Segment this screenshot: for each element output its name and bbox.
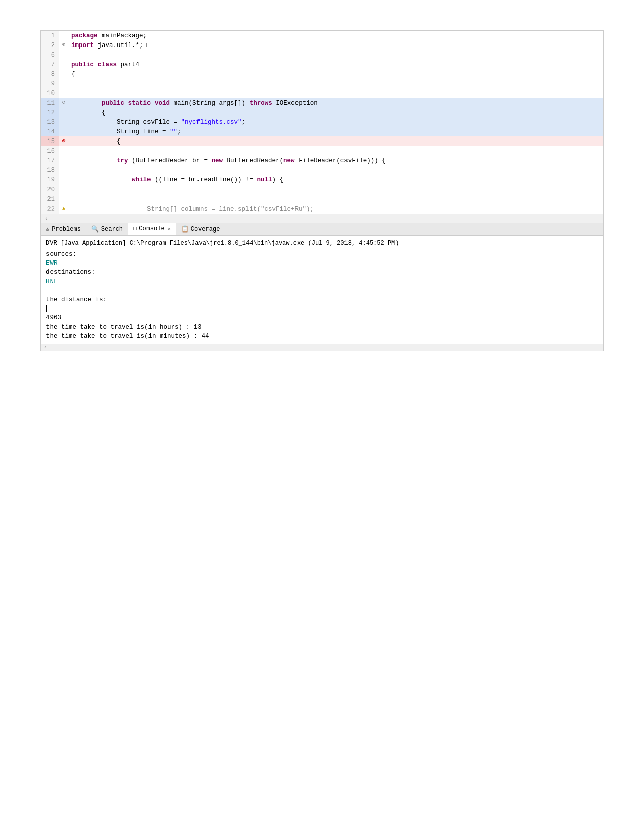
fold-icon-2[interactable]: ⊕ (62, 40, 65, 50)
line-gutter-22: ▲ (59, 204, 68, 213)
code-content-8: { (68, 69, 75, 79)
console-line-distance-value: 4963 (46, 313, 598, 322)
console-line-minutes: the time take to travel is(in minutes) :… (46, 332, 598, 341)
code-line-2: 2 ⊕ import java.util.*;□ (41, 40, 603, 50)
line-number-15: 15 (41, 136, 59, 146)
code-line-11: 11 ⊖ public static void main(String args… (41, 98, 603, 108)
tab-search-label: Search (101, 226, 123, 233)
line-number-20: 20 (41, 184, 59, 194)
console-line-sources: sources: (46, 250, 598, 259)
console-line-distance-label: the distance is: (46, 295, 598, 304)
line-gutter-15: ⊗ (59, 136, 68, 146)
console-line-blank (46, 286, 598, 295)
text-cursor (46, 305, 47, 312)
ide-container: 1 package mainPackage; 2 ⊕ import java.u… (0, 0, 644, 834)
line-number-8: 8 (41, 69, 59, 79)
console-close-icon[interactable]: ✕ (168, 226, 171, 232)
code-line-15: 15 ⊗ { (41, 136, 603, 146)
fold-icon-11[interactable]: ⊖ (62, 98, 65, 107)
code-content-18 (68, 165, 71, 166)
line-number-12: 12 (41, 108, 59, 117)
hours-value: the time take to travel is(in hours) : 1… (46, 323, 202, 331)
console-output: DVR [Java Application] C:\Program Files\… (41, 236, 603, 344)
line-number-13: 13 (41, 117, 59, 127)
line-gutter-11: ⊖ (59, 98, 68, 107)
line-number-9: 9 (41, 79, 59, 88)
code-content-21 (68, 194, 71, 195)
editor-panel: 1 package mainPackage; 2 ⊕ import java.u… (40, 30, 604, 223)
code-line-1: 1 package mainPackage; (41, 31, 603, 40)
tab-console-label: Console (139, 225, 164, 233)
coverage-icon: 📋 (181, 225, 189, 233)
console-scrollbar[interactable]: ‹ (41, 344, 603, 351)
console-line-hours: the time take to travel is(in hours) : 1… (46, 322, 598, 332)
console-line-hnl: HNL (46, 277, 598, 286)
scroll-left-arrow: ‹ (45, 216, 48, 222)
code-content-15: { (68, 136, 121, 146)
code-content-6 (68, 50, 71, 51)
tab-coverage[interactable]: 📋 Coverage (176, 223, 226, 235)
line-number-21: 21 (41, 194, 59, 204)
distance-label: the distance is: (46, 296, 107, 303)
error-icon-15: ⊗ (62, 136, 65, 146)
search-tab-icon: 🔍 (91, 225, 99, 233)
line-number-6: 6 (41, 50, 59, 60)
code-line-7: 7 public class part4 (41, 60, 603, 69)
console-scroll-arrow: ‹ (44, 345, 47, 350)
line-number-1: 1 (41, 31, 59, 40)
code-line-8: 8 { (41, 69, 603, 79)
code-line-17: 17 try (BufferedReader br = new Buffered… (41, 156, 603, 165)
tab-search[interactable]: 🔍 Search (86, 223, 128, 235)
sources-label: sources: (46, 251, 76, 258)
tab-coverage-label: Coverage (191, 226, 220, 233)
line-number-17: 17 (41, 156, 59, 165)
line-number-14: 14 (41, 127, 59, 136)
code-line-6: 6 (41, 50, 603, 60)
line-number-22: 22 (41, 204, 59, 214)
line-number-10: 10 (41, 88, 59, 98)
code-content-17: try (BufferedReader br = new BufferedRea… (68, 156, 386, 165)
code-content-1: package mainPackage; (68, 31, 147, 40)
code-line-13: 13 String csvFile = "nycflights.csv"; (41, 117, 603, 127)
code-content-20 (68, 184, 71, 185)
code-line-14: 14 String line = ""; (41, 127, 603, 136)
code-line-20: 20 (41, 184, 603, 194)
tab-problems-label: Problems (52, 226, 81, 233)
console-line-cursor (46, 304, 598, 313)
code-content-9 (68, 79, 71, 79)
console-icon: □ (133, 225, 137, 233)
code-content-12: { (68, 108, 106, 117)
hnl-value: HNL (46, 278, 58, 285)
line-gutter-2: ⊕ (59, 40, 68, 50)
line-number-2: 2 (41, 40, 59, 50)
tab-bar: ⚠ Problems 🔍 Search □ Console ✕ 📋 Covera… (41, 223, 603, 236)
code-area: 1 package mainPackage; 2 ⊕ import java.u… (41, 31, 603, 214)
code-line-21: 21 (41, 194, 603, 204)
code-line-9: 9 (41, 79, 603, 88)
code-content-11: public static void main(String args[]) t… (68, 98, 318, 108)
code-content-22: String[] columns = line.split("csvFile+R… (68, 204, 314, 214)
warning-icon-22: ▲ (62, 204, 65, 213)
line-number-7: 7 (41, 60, 59, 69)
code-content-10 (68, 88, 71, 89)
code-line-22: 22 ▲ String[] columns = line.split("csvF… (41, 204, 603, 214)
console-line-destinations: destinations: (46, 268, 598, 277)
problems-icon: ⚠ (46, 225, 49, 233)
code-content-19: while ((line = br.readLine()) != null) { (68, 175, 283, 184)
editor-scrollbar[interactable]: ‹ (41, 214, 603, 223)
bottom-panel: ⚠ Problems 🔍 Search □ Console ✕ 📋 Covera… (40, 223, 604, 351)
code-content-7: public class part4 (68, 60, 139, 69)
line-number-19: 19 (41, 175, 59, 184)
tab-console[interactable]: □ Console ✕ (128, 223, 176, 235)
code-line-16: 16 (41, 146, 603, 156)
console-run-header: DVR [Java Application] C:\Program Files\… (46, 239, 598, 248)
tab-problems[interactable]: ⚠ Problems (41, 223, 86, 235)
code-line-18: 18 (41, 165, 603, 175)
code-content-16 (68, 146, 71, 147)
distance-value: 4963 (46, 314, 61, 321)
code-content-2: import java.util.*;□ (68, 40, 147, 50)
ewr-value: EWR (46, 260, 58, 267)
line-number-16: 16 (41, 146, 59, 156)
code-content-13: String csvFile = "nycflights.csv"; (68, 117, 245, 127)
line-number-11: 11 (41, 98, 59, 108)
